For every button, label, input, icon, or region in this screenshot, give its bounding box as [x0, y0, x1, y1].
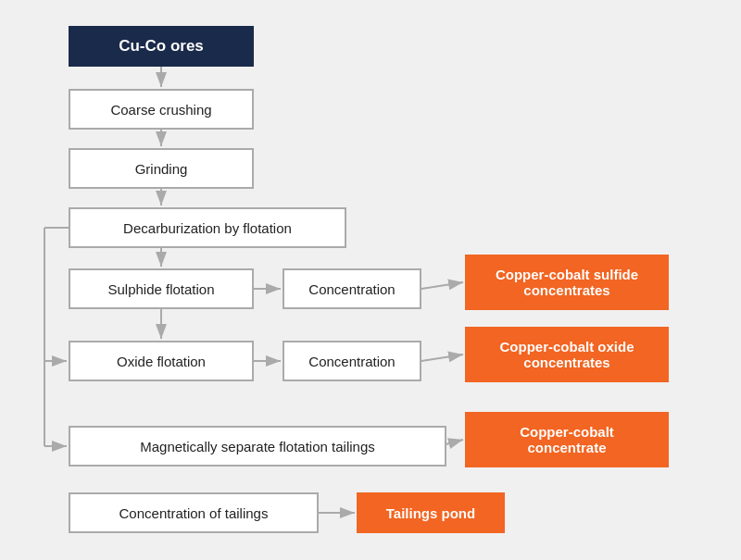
- copper-cobalt-oxide-label: Copper-cobalt oxide concentrates: [499, 339, 634, 370]
- oxide-flotation-label: Oxide flotation: [117, 354, 206, 369]
- cu-co-ores-box: Cu-Co ores: [69, 26, 254, 67]
- tailings-pond-box: Tailings pond: [357, 492, 505, 533]
- svg-line-13: [421, 355, 463, 361]
- flowchart: Cu-Co ores Coarse crushing Grinding Deca…: [0, 0, 741, 560]
- mag-separate-label: Magnetically separate flotation tailings: [140, 439, 374, 454]
- coarse-crushing-box: Coarse crushing: [69, 89, 254, 130]
- copper-cobalt-sulfide-box: Copper-cobalt sulfide concentrates: [465, 255, 669, 310]
- concentration-oxide-box: Concentration: [283, 341, 421, 381]
- sulphide-flotation-box: Sulphide flotation: [69, 268, 254, 309]
- svg-line-12: [421, 282, 463, 289]
- copper-cobalt-conc-box: Copper-cobalt concentrate: [465, 412, 669, 467]
- decarburization-box: Decarburization by flotation: [69, 207, 346, 248]
- grinding-box: Grinding: [69, 148, 254, 189]
- coarse-crushing-label: Coarse crushing: [110, 102, 211, 118]
- concentration-tailings-label: Concentration of tailings: [119, 505, 269, 521]
- tailings-pond-label: Tailings pond: [386, 505, 475, 521]
- concentration-sulphide-box: Concentration: [283, 268, 421, 309]
- grinding-label: Grinding: [135, 161, 188, 177]
- concentration-tailings-box: Concentration of tailings: [69, 492, 319, 533]
- oxide-flotation-box: Oxide flotation: [69, 341, 254, 381]
- mag-separate-box: Magnetically separate flotation tailings: [69, 426, 446, 467]
- copper-cobalt-oxide-box: Copper-cobalt oxide concentrates: [465, 327, 669, 382]
- decarburization-label: Decarburization by flotation: [123, 220, 292, 236]
- cu-co-ores-label: Cu-Co ores: [119, 37, 204, 56]
- sulphide-flotation-label: Sulphide flotation: [107, 281, 214, 297]
- concentration-sulphide-label: Concentration: [308, 281, 395, 297]
- copper-cobalt-conc-label: Copper-cobalt concentrate: [520, 424, 614, 455]
- concentration-oxide-label: Concentration: [308, 354, 395, 369]
- copper-cobalt-sulfide-label: Copper-cobalt sulfide concentrates: [496, 267, 638, 298]
